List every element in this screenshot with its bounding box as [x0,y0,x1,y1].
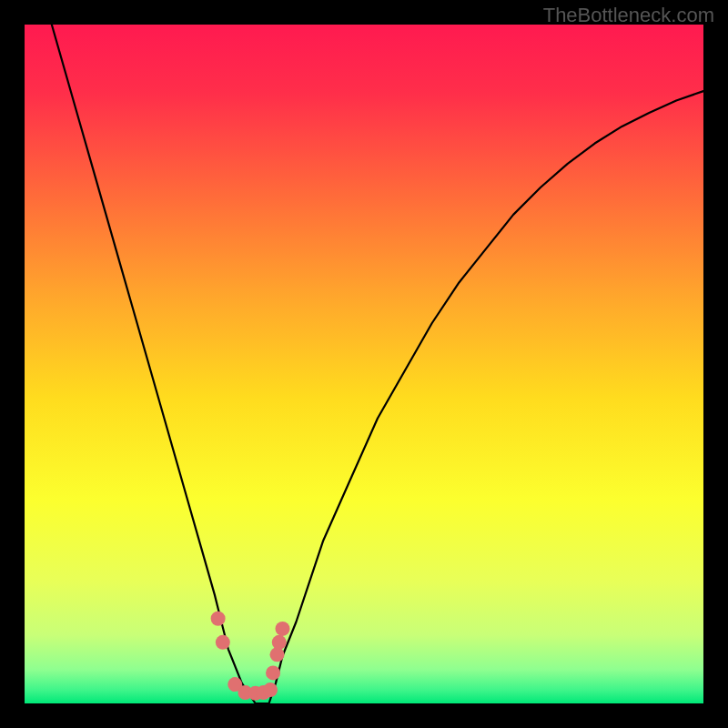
watermark-text: TheBottleneck.com [543,4,714,27]
data-marker [263,682,278,697]
chart-svg [0,0,728,728]
data-marker [270,647,285,662]
data-marker [272,635,287,650]
data-marker [275,622,289,636]
plot-gradient-background [25,25,703,703]
data-marker [211,612,226,626]
data-marker [266,665,280,680]
data-marker [216,635,230,650]
bottleneck-chart: TheBottleneck.com [0,0,728,728]
